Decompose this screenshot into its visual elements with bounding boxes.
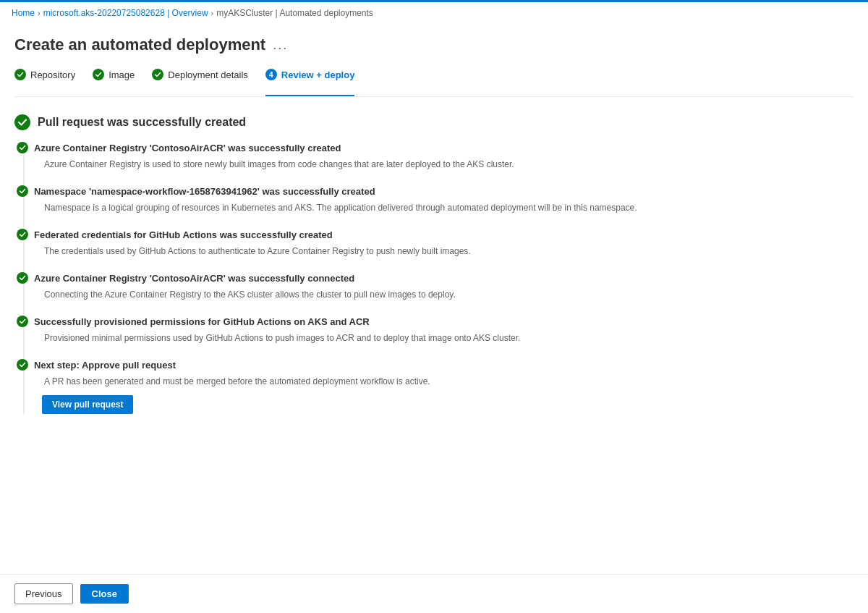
step-item-2-desc: Namespace is a logical grouping of resou…	[42, 201, 854, 214]
step-item-6: Next step: Approve pull request A PR has…	[42, 359, 854, 414]
step-repository[interactable]: Repository	[14, 69, 75, 88]
footer: Previous Close	[0, 574, 868, 613]
step-repository-check-icon	[14, 69, 26, 80]
view-pull-request-button[interactable]: View pull request	[42, 395, 133, 414]
step-deployment-details[interactable]: Deployment details	[152, 69, 248, 88]
step-item-2-check-icon	[17, 185, 28, 197]
step-review-deploy[interactable]: 4 Review + deploy	[265, 69, 355, 88]
step-deployment-label: Deployment details	[168, 69, 248, 80]
page-title-row: Create an automated deployment ...	[14, 35, 854, 54]
step-item-3: Federated credentials for GitHub Actions…	[42, 229, 854, 258]
step-item-4-check-icon	[17, 272, 28, 284]
main-content: Create an automated deployment ... Repos…	[0, 24, 868, 574]
previous-button[interactable]: Previous	[14, 583, 73, 604]
step-item-5-check-icon	[17, 316, 28, 327]
success-title: Pull request was successfully created	[38, 116, 246, 129]
step-item-6-header: Next step: Approve pull request	[17, 359, 854, 371]
step-item-3-title: Federated credentials for GitHub Actions…	[34, 229, 333, 240]
step-item-1-title: Azure Container Registry 'ContosoAirACR'…	[34, 143, 341, 153]
step-item-4: Azure Container Registry 'ContosoAirACR'…	[42, 272, 854, 301]
breadcrumb: Home › microsoft.aks-20220725082628 | Ov…	[0, 2, 868, 24]
step-item-1-desc: Azure Container Registry is used to stor…	[42, 158, 854, 171]
step-deployment-check-icon	[152, 69, 163, 80]
page-title-options[interactable]: ...	[273, 38, 288, 53]
breadcrumb-home[interactable]: Home	[12, 8, 35, 18]
breadcrumb-current: myAKSCluster | Automated deployments	[216, 8, 373, 18]
step-image-label: Image	[109, 69, 135, 80]
step-item-3-desc: The credentials used by GitHub Actions t…	[42, 245, 854, 258]
step-review-label: Review + deploy	[281, 69, 355, 80]
step-item-2-title: Namespace 'namespace-workflow-1658763941…	[34, 186, 375, 197]
steps-container: Azure Container Registry 'ContosoAirACR'…	[23, 142, 854, 414]
step-item-4-title: Azure Container Registry 'ContosoAirACR'…	[34, 273, 354, 284]
step-item-5-header: Successfully provisioned permissions for…	[17, 316, 854, 327]
step-item-5-desc: Provisioned minimal permissions used by …	[42, 331, 854, 344]
breadcrumb-resource-group[interactable]: microsoft.aks-20220725082628 | Overview	[43, 8, 208, 18]
step-item-5: Successfully provisioned permissions for…	[42, 316, 854, 344]
page-title: Create an automated deployment	[14, 35, 265, 54]
step-repository-label: Repository	[30, 69, 75, 80]
step-item-6-check-icon	[17, 359, 28, 371]
step-item-1: Azure Container Registry 'ContosoAirACR'…	[42, 142, 854, 171]
step-item-1-check-icon	[17, 142, 28, 153]
step-image-check-icon	[93, 69, 104, 80]
step-item-6-title: Next step: Approve pull request	[34, 360, 176, 371]
step-item-1-header: Azure Container Registry 'ContosoAirACR'…	[17, 142, 854, 153]
step-item-2-header: Namespace 'namespace-workflow-1658763941…	[17, 185, 854, 197]
step-image[interactable]: Image	[93, 69, 135, 88]
step-item-4-desc: Connecting the Azure Container Registry …	[42, 288, 854, 301]
step-item-3-check-icon	[17, 229, 28, 240]
step-review-active-icon: 4	[265, 69, 277, 80]
success-header: Pull request was successfully created	[14, 114, 854, 130]
step-item-3-header: Federated credentials for GitHub Actions…	[17, 229, 854, 240]
step-item-4-header: Azure Container Registry 'ContosoAirACR'…	[17, 272, 854, 284]
step-item-6-desc: A PR has been generated and must be merg…	[42, 375, 854, 388]
close-button[interactable]: Close	[80, 584, 129, 604]
success-check-icon	[14, 114, 30, 130]
step-item-5-title: Successfully provisioned permissions for…	[34, 316, 370, 327]
wizard-steps: Repository Image Deployment details 4 Re…	[14, 69, 854, 97]
step-item-2: Namespace 'namespace-workflow-1658763941…	[42, 185, 854, 214]
